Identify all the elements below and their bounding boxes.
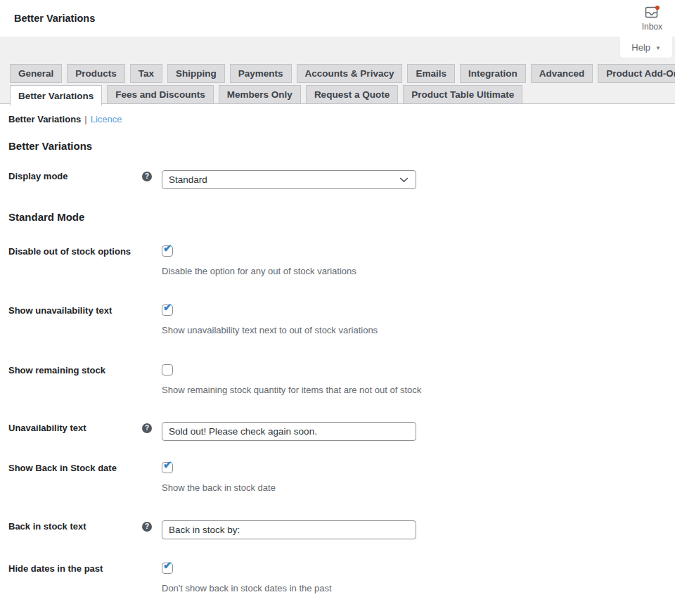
show-unavailability-checkbox[interactable]: ✔	[162, 304, 173, 316]
tab-request-a-quote[interactable]: Request a Quote	[306, 85, 398, 104]
tab-product-table-ultimate[interactable]: Product Table Ultimate	[403, 85, 522, 104]
inbox-icon	[643, 5, 660, 20]
tab-shipping[interactable]: Shipping	[167, 64, 225, 83]
tab-payments[interactable]: Payments	[230, 64, 292, 83]
display-mode-select[interactable]: Standard	[162, 170, 416, 189]
hide-past-dates-checkbox[interactable]: ✔	[162, 563, 173, 574]
tab-emails[interactable]: Emails	[407, 64, 455, 83]
checkmark-icon: ✔	[163, 243, 172, 253]
show-back-in-stock-description: Show the back in stock date	[162, 482, 661, 494]
display-mode-label: Display mode	[8, 170, 68, 183]
tab-advanced[interactable]: Advanced	[531, 64, 593, 83]
form-row-show-unavailability: Show unavailability text ✔ Show unavaila…	[8, 304, 661, 337]
settings-tabs-row2: Better Variations Fees and Discounts Mem…	[10, 85, 675, 104]
show-back-in-stock-label: Show Back in Stock date	[8, 462, 117, 475]
settings-tabs-row1: General Products Tax Shipping Payments A…	[10, 64, 675, 83]
inbox-button[interactable]: Inbox	[638, 2, 667, 34]
show-back-in-stock-checkbox[interactable]: ✔	[162, 462, 173, 473]
subnav-link-licence[interactable]: Licence	[91, 114, 122, 124]
back-in-stock-text-input[interactable]	[162, 520, 416, 539]
help-tip-icon[interactable]: ?	[142, 522, 152, 532]
tab-product-add-ons[interactable]: Product Add-Ons	[598, 64, 675, 83]
disable-out-of-stock-description: Disable the option for any out of stock …	[162, 266, 661, 278]
subnav-separator: |	[84, 114, 86, 124]
back-in-stock-text-label: Back in stock text	[8, 520, 86, 533]
show-unavailability-label: Show unavailability text	[8, 304, 112, 317]
admin-top-bar: Better Variations Inbox	[0, 0, 675, 37]
help-tip-icon[interactable]: ?	[142, 172, 152, 181]
tab-better-variations[interactable]: Better Variations	[10, 85, 102, 105]
help-button[interactable]: Help ▼	[620, 37, 672, 58]
tab-accounts-privacy[interactable]: Accounts & Privacy	[297, 64, 403, 83]
hide-past-dates-label: Hide dates in the past	[8, 563, 103, 575]
display-mode-selected-value: Standard	[169, 174, 207, 185]
unavailability-text-label: Unavailability text	[8, 422, 86, 435]
disable-out-of-stock-checkbox[interactable]: ✔	[162, 245, 173, 257]
hide-past-dates-description: Don't show back in stock dates in the pa…	[162, 583, 661, 595]
section-heading-standard-mode: Standard Mode	[8, 211, 661, 223]
settings-tab-band: Help ▼ General Products Tax Shipping Pay…	[0, 37, 675, 104]
section-heading-better-variations: Better Variations	[8, 140, 661, 152]
show-remaining-label: Show remaining stock	[8, 364, 105, 377]
checkmark-icon: ✔	[163, 459, 172, 470]
sub-navigation: Better Variations | Licence	[8, 114, 661, 124]
unavailability-text-input[interactable]	[162, 422, 416, 441]
checkmark-icon: ✔	[163, 560, 172, 570]
help-tip-icon[interactable]: ?	[142, 423, 152, 433]
tab-tax[interactable]: Tax	[130, 64, 162, 83]
tab-integration[interactable]: Integration	[460, 64, 526, 83]
subnav-current-better-variations: Better Variations	[8, 114, 81, 124]
chevron-down-icon: ▼	[655, 45, 661, 51]
chevron-down-icon	[399, 174, 409, 185]
form-row-display-mode: Display mode ? Standard	[8, 170, 661, 189]
show-remaining-checkbox[interactable]	[162, 364, 173, 376]
show-unavailability-description: Show unavailability text next to out of …	[162, 325, 661, 337]
form-row-show-remaining: Show remaining stock Show remaining stoc…	[8, 364, 661, 397]
tab-members-only[interactable]: Members Only	[219, 85, 301, 104]
tab-fees-and-discounts[interactable]: Fees and Discounts	[107, 85, 214, 104]
form-row-back-in-stock-text: Back in stock text ?	[8, 520, 661, 539]
inbox-label: Inbox	[642, 22, 662, 32]
tab-general[interactable]: General	[10, 64, 62, 83]
form-row-disable-out-of-stock: Disable out of stock options ✔ Disable t…	[8, 245, 661, 278]
checkmark-icon: ✔	[163, 302, 172, 312]
form-row-show-back-in-stock: Show Back in Stock date ✔ Show the back …	[8, 462, 661, 494]
settings-content: Better Variations | Licence Better Varia…	[0, 104, 675, 608]
tab-products[interactable]: Products	[67, 64, 125, 83]
form-row-hide-past-dates: Hide dates in the past ✔ Don't show back…	[8, 563, 661, 595]
disable-out-of-stock-label: Disable out of stock options	[8, 245, 131, 258]
form-row-unavailability-text: Unavailability text ?	[8, 422, 661, 441]
help-button-label: Help	[631, 42, 650, 53]
page-title: Better Variations	[14, 13, 95, 24]
show-remaining-description: Show remaining stock quantity for items …	[162, 385, 661, 397]
